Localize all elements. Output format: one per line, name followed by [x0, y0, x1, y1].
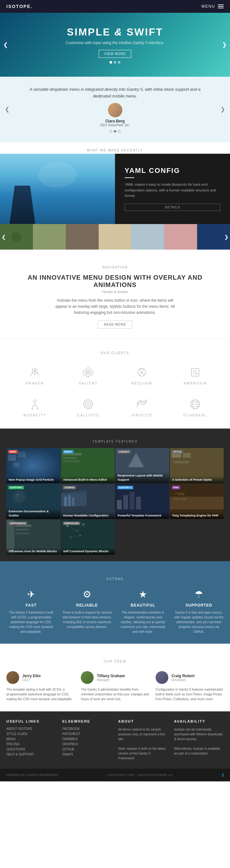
- svg-line-15: [38, 374, 40, 376]
- footer-link-dribbble[interactable]: DRIBBBLE: [62, 737, 112, 741]
- salient-icon: [82, 366, 95, 379]
- feature-overlay-menu: Advanced Built-in Menu Editor: [61, 476, 115, 483]
- hero-next-button[interactable]: ❯: [222, 41, 227, 48]
- footer-link-pinterest[interactable]: PINTEREST: [62, 732, 112, 736]
- testimonial-quote: A versatile dropdown menu is integrated …: [26, 86, 204, 100]
- feature-overlay-style: A Selection of Preset Styles: [170, 476, 224, 483]
- client-name-audacity: Audacity: [23, 413, 46, 417]
- footer-text-availability: Isotope can be individually purchased wi…: [174, 727, 224, 756]
- navigation-read-more-button[interactable]: READ MORE: [98, 320, 132, 329]
- navigation-desc: Activate the menu from the menu button o…: [51, 298, 179, 316]
- client-ethereal: ETHEREAL: [170, 393, 221, 422]
- crew-grid: Jerry Ellis CEO The template styling is …: [6, 671, 224, 702]
- client-requiem: REQUIEM: [117, 361, 167, 390]
- footer-link-help[interactable]: HELP & SUPPORT: [6, 753, 56, 756]
- hero-dot-1[interactable]: [109, 61, 112, 64]
- feature-title-menu: Advanced Built-in Menu Editor: [63, 478, 113, 482]
- feature-card-php[interactable]: <?php echo 'twig'; PHP Twig Templating E…: [170, 484, 224, 519]
- crew-avatar-tiffany: [81, 671, 94, 684]
- yaml-details-button[interactable]: DETAILS: [125, 204, 221, 211]
- gallery-img-3: [66, 224, 99, 250]
- svg-rect-66: [72, 497, 74, 506]
- feature-card-config[interactable]: CONFIG Human Readable Configuration: [61, 484, 115, 519]
- gallery-item-6[interactable]: [164, 224, 197, 250]
- testimonial-next-button[interactable]: ❯: [221, 106, 225, 113]
- feature-overlay-particles: Self Contained Dynamic Blocks: [61, 548, 115, 555]
- testimonial-dot-1[interactable]: [109, 130, 112, 133]
- svg-marker-17: [85, 369, 91, 375]
- testimonial-dot-3[interactable]: [118, 130, 121, 133]
- footer-link-about-isotope[interactable]: ABOUT ISOTOPE: [6, 727, 56, 731]
- features-section: TEMPLATE FEATURES NEW New Popup Image Gr…: [0, 429, 230, 561]
- crew-avatar-jerry: [6, 671, 19, 684]
- client-name-requiem: REQUIEM: [131, 381, 152, 385]
- svg-rect-65: [68, 495, 71, 506]
- feature-card-new-popup[interactable]: NEW New Popup Image Grid Particle: [6, 448, 60, 483]
- gallery-item-3[interactable]: [66, 224, 99, 250]
- yaml-content: YAML CONFIG YAML makes it easy to create…: [115, 154, 230, 224]
- svg-rect-45: [18, 451, 26, 458]
- svg-text:?: ?: [16, 493, 19, 499]
- svg-point-27: [34, 400, 36, 402]
- hero-prev-button[interactable]: ❮: [3, 41, 8, 48]
- testimonial-dot-2[interactable]: [114, 130, 116, 133]
- footer-link-dropbox[interactable]: DROPBOX: [62, 742, 112, 746]
- gallery-item-4[interactable]: [99, 224, 132, 250]
- feature-card-support[interactable]: ? SUPPORT Extensive Documentation & Guid…: [6, 484, 60, 519]
- footer-link-menu[interactable]: MENU: [6, 737, 56, 741]
- footer-link-style-guide[interactable]: STYLE GUIDE: [6, 732, 56, 736]
- yaml-title: YAML CONFIG: [125, 166, 221, 175]
- gallery-prev-button[interactable]: ❮: [2, 234, 6, 240]
- hero-section: ❮ SIMPLE & SWIFT Customize with ease usi…: [0, 13, 230, 77]
- gallery-img-2: [33, 224, 66, 250]
- header: ISOTOPE. MENU: [0, 0, 230, 13]
- feature-card-offcanvas[interactable]: OFFCANVAS Offcanvas Area for Mobile Bloc…: [6, 520, 60, 555]
- crew-avatar-craig: [156, 671, 168, 684]
- feature-card-gantry[interactable]: GANTRY 5 Powerful Template Framework: [115, 484, 169, 519]
- gallery-img-6: [164, 224, 197, 250]
- testimonial-dots: [26, 130, 204, 133]
- extra-desc-beautiful: The administrative interface is elegant,…: [118, 610, 168, 634]
- extra-title-reliable: RELIABLE: [62, 603, 112, 608]
- footer-link-facebook[interactable]: FACEBOOK: [62, 727, 112, 731]
- extras-section: EXTRAS ✈ FAST The Gantry 5 framework is …: [0, 561, 230, 644]
- info-icon[interactable]: ℹ: [222, 772, 224, 778]
- svg-rect-3: [33, 224, 66, 250]
- svg-point-13: [34, 370, 36, 372]
- testimonial-prev-button[interactable]: ❮: [5, 106, 9, 113]
- ethereal-icon: [189, 398, 202, 411]
- audacity-icon: [28, 398, 41, 411]
- footer-link-pricing[interactable]: PRICING: [6, 742, 56, 746]
- feature-card-particles[interactable]: PARTICLES Self Contained Dynamic Blocks: [61, 520, 115, 555]
- svg-point-0: [38, 162, 77, 188]
- svg-rect-49: [63, 457, 77, 459]
- gallery-item-5[interactable]: [131, 224, 164, 250]
- feature-card-style[interactable]: STYLE A Selection of Preset Styles: [170, 448, 224, 483]
- crew-name-tiffany: Tiffany Graham: [97, 674, 125, 678]
- footer-link-github[interactable]: GITHUB: [62, 747, 112, 751]
- hero-dot-2[interactable]: [114, 61, 116, 64]
- ambrosia-icon: [189, 366, 202, 379]
- clients-section: OUR CLIENTS KRAKEN Salient: [0, 338, 230, 428]
- footer-col-availability: AVAILABILITY Isotope can be individually…: [174, 719, 224, 761]
- gallery-next-button[interactable]: ❯: [224, 234, 228, 240]
- feature-card-menu[interactable]: MENU Advanced Built-in Menu Editor: [61, 448, 115, 483]
- yaml-section: YAML CONFIG YAML makes it easy to create…: [0, 154, 230, 224]
- footer-bottom: POWERED BY GANTRY FRAMEWORK COPYRIGHT © …: [0, 769, 230, 781]
- footer-link-questions[interactable]: QUESTIONS: [6, 747, 56, 751]
- hero-dot-3[interactable]: [118, 61, 121, 64]
- feature-card-layout[interactable]: LAYOUT Responsive Layout with Mobile Sup…: [115, 448, 169, 483]
- navigation-title: AN INNOVATIVE MENU DESIGN WITH OVERLAY A…: [6, 274, 224, 288]
- logo[interactable]: ISOTOPE.: [6, 4, 33, 9]
- svg-line-30: [35, 405, 37, 407]
- feature-title-offcanvas: Offcanvas Area for Mobile Blocks: [9, 549, 58, 553]
- svg-rect-24: [196, 370, 197, 372]
- hero-view-more-button[interactable]: VIEW MORE: [99, 50, 131, 58]
- nav-menu-button[interactable]: MENU: [202, 4, 224, 9]
- svg-rect-5: [99, 224, 132, 250]
- feature-overlay-php: Twig Templating Engine for PHP: [170, 512, 224, 519]
- crew-desc-craig: Configuration in Gantry 5 features sophi…: [156, 687, 224, 702]
- hero-subtitle: Customize with ease using the intuitive …: [66, 40, 165, 45]
- gallery-item-2[interactable]: [33, 224, 66, 250]
- footer-link-snaps[interactable]: SNAPS: [62, 753, 112, 756]
